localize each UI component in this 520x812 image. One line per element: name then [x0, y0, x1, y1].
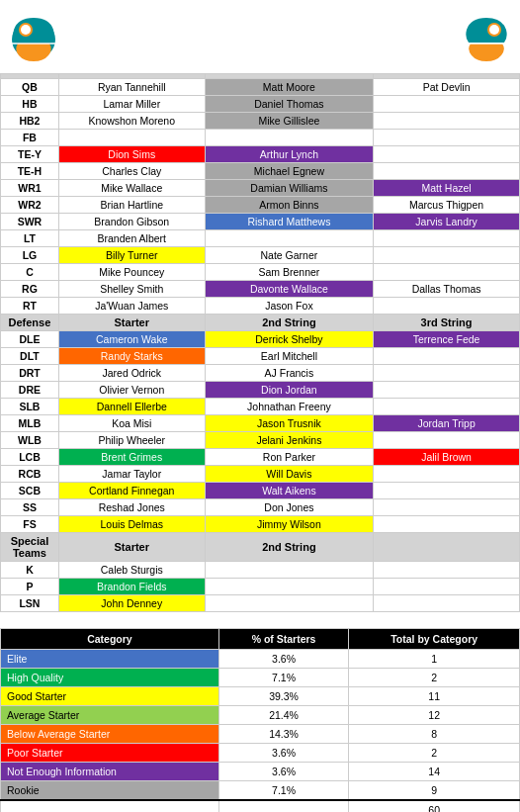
third-string-cell [374, 516, 520, 533]
starter-cell: Branden Albert [58, 230, 205, 247]
starter-cell: Koa Misi [58, 415, 205, 432]
stats-column-header: Category [1, 629, 219, 650]
stats-total: 11 [349, 687, 520, 706]
second-string-cell: Mike Gillislee [205, 113, 374, 130]
table-row: HB2Knowshon MorenoMike Gillislee [1, 113, 520, 130]
starter-cell [58, 130, 205, 146]
second-string-cell: Rishard Matthews [205, 214, 374, 230]
third-string-cell [374, 483, 520, 499]
third-string-cell [374, 365, 520, 382]
table-row: LSNJohn Denney [1, 595, 520, 612]
table-row: TE-YDion SimsArthur Lynch [1, 146, 520, 163]
position-cell: SCB [1, 483, 59, 499]
stats-row: High Quality7.1%2 [1, 669, 520, 687]
stats-section: Category% of StartersTotal by CategoryEl… [0, 628, 520, 812]
stats-table: Category% of StartersTotal by CategoryEl… [0, 628, 520, 812]
position-cell: RCB [1, 466, 59, 483]
table-row: SSReshad JonesDon Jones [1, 499, 520, 516]
second-string-cell: Jelani Jenkins [205, 432, 374, 449]
svg-point-5 [489, 25, 499, 35]
position-cell: MLB [1, 415, 59, 432]
starter-cell: Brandon Fields [58, 579, 205, 595]
stats-row: Elite3.6%1 [1, 650, 520, 669]
third-string-cell [374, 382, 520, 399]
second-string-cell: Don Jones [205, 499, 374, 516]
table-row: WLBPhilip WheelerJelani Jenkins [1, 432, 520, 449]
special-teams-header-row: Special TeamsStarter2nd String [1, 533, 520, 562]
defense-header-row: DefenseStarter2nd String3rd String [1, 315, 520, 331]
special-second-header: 2nd String [205, 533, 374, 562]
stats-total: 60 [349, 800, 520, 812]
table-row: LGBilly TurnerNate Garner [1, 247, 520, 264]
table-row: KCaleb Sturgis [1, 562, 520, 579]
stats-row: 60 [1, 800, 520, 812]
section-header-cell: 2nd String [205, 315, 374, 331]
starter-cell: Mike Wallace [58, 180, 205, 197]
table-row: WR2Brian HartlineArmon BinnsMarcus Thigp… [1, 197, 520, 214]
starter-cell: Louis Delmas [58, 516, 205, 533]
stats-total: 2 [349, 669, 520, 687]
second-string-cell [205, 230, 374, 247]
section-header-cell: Defense [1, 315, 59, 331]
starter-cell: Ja'Wuan James [58, 298, 205, 315]
position-cell: DRE [1, 382, 59, 399]
stats-row: Below Average Starter14.3%8 [1, 725, 520, 744]
table-row: RGShelley SmithDavonte WallaceDallas Tho… [1, 281, 520, 298]
position-cell: SS [1, 499, 59, 516]
svg-point-3 [21, 25, 31, 35]
starter-cell: Lamar Miller [58, 96, 205, 113]
starter-cell: Cortland Finnegan [58, 483, 205, 499]
starter-cell: Jamar Taylor [58, 466, 205, 483]
position-cell: SLB [1, 399, 59, 415]
special-teams-label: Special Teams [1, 533, 59, 562]
second-string-cell [205, 562, 374, 579]
table-row: DREOlivier VernonDion Jordan [1, 382, 520, 399]
position-cell: DLE [1, 331, 59, 348]
third-string-cell: Jarvis Landry [374, 214, 520, 230]
third-string-cell: Jordan Tripp [374, 415, 520, 432]
starter-cell: Knowshon Moreno [58, 113, 205, 130]
third-string-cell: Marcus Thigpen [374, 197, 520, 214]
table-row: QBRyan TannehillMatt MoorePat Devlin [1, 79, 520, 96]
stats-category: Good Starter [1, 687, 219, 706]
second-string-cell: AJ Francis [205, 365, 374, 382]
stats-pct: 14.3% [218, 725, 348, 744]
position-cell: HB [1, 96, 59, 113]
blank-cell [374, 562, 520, 579]
blank-cell [374, 579, 520, 595]
second-string-cell: Daniel Thomas [205, 96, 374, 113]
second-string-cell: Sam Brenner [205, 264, 374, 281]
third-string-cell [374, 230, 520, 247]
second-string-cell: Davonte Wallace [205, 281, 374, 298]
table-row: TE-HCharles ClayMichael Egnew [1, 163, 520, 180]
stats-category [1, 800, 219, 812]
starter-cell: Cameron Wake [58, 331, 205, 348]
starter-cell: Brian Hartline [58, 197, 205, 214]
table-row: WR1Mike WallaceDamian WilliamsMatt Hazel [1, 180, 520, 197]
third-string-cell [374, 399, 520, 415]
table-row: SLBDannell EllerbeJohnathan Freeny [1, 399, 520, 415]
position-cell: FS [1, 516, 59, 533]
third-string-cell [374, 298, 520, 315]
table-row: DLECameron WakeDerrick ShelbyTerrence Fe… [1, 331, 520, 348]
starter-cell: Shelley Smith [58, 281, 205, 298]
stats-row: Not Enough Information3.6%14 [1, 763, 520, 781]
third-string-cell [374, 264, 520, 281]
stats-pct: 3.6% [218, 763, 348, 781]
second-string-cell: Earl Mitchell [205, 348, 374, 365]
position-cell: FB [1, 130, 59, 146]
stats-pct: 39.3% [218, 687, 348, 706]
second-string-cell: Michael Egnew [205, 163, 374, 180]
third-string-cell [374, 432, 520, 449]
stats-total: 8 [349, 725, 520, 744]
second-string-cell: Matt Moore [205, 79, 374, 96]
position-cell: RT [1, 298, 59, 315]
starter-cell: Olivier Vernon [58, 382, 205, 399]
blank-cell [374, 595, 520, 612]
third-string-cell [374, 499, 520, 516]
position-cell: QB [1, 79, 59, 96]
second-string-cell: Ron Parker [205, 449, 374, 466]
second-string-cell: Dion Jordan [205, 382, 374, 399]
stats-category: Elite [1, 650, 219, 669]
position-cell: DRT [1, 365, 59, 382]
